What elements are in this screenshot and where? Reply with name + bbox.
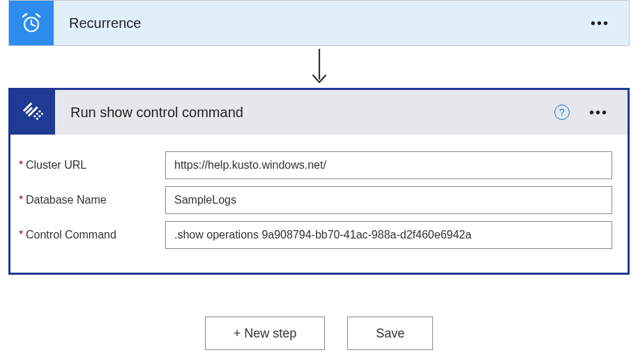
control-command-input[interactable] xyxy=(165,221,612,249)
recurrence-header[interactable]: Recurrence ••• xyxy=(9,1,629,45)
run-show-control-title: Run show control command xyxy=(55,105,554,121)
kusto-icon xyxy=(20,100,45,125)
required-star: * xyxy=(19,194,23,206)
recurrence-icon-box xyxy=(9,1,54,45)
svg-line-2 xyxy=(31,24,35,26)
arrow-down-icon xyxy=(310,47,328,86)
kusto-icon-box xyxy=(10,90,55,135)
control-command-row: * Control Command xyxy=(26,221,612,249)
svg-point-11 xyxy=(33,114,37,118)
connector-arrow xyxy=(0,46,638,88)
footer-actions: + New step Save xyxy=(0,317,638,350)
svg-point-7 xyxy=(38,109,42,113)
save-button[interactable]: Save xyxy=(347,317,433,350)
cluster-url-row: * Cluster URL xyxy=(26,151,612,179)
svg-point-10 xyxy=(38,114,42,118)
run-show-control-step-card: Run show control command ? ••• * Cluster… xyxy=(8,88,630,275)
recurrence-title: Recurrence xyxy=(54,15,591,31)
new-step-button[interactable]: + New step xyxy=(205,317,326,350)
svg-point-12 xyxy=(36,117,39,121)
run-show-control-more-menu[interactable]: ••• xyxy=(589,105,608,121)
database-name-label: * Database Name xyxy=(26,194,165,206)
svg-rect-4 xyxy=(23,103,32,112)
control-command-label: * Control Command xyxy=(26,229,165,241)
clock-alarm-icon xyxy=(20,11,43,35)
database-name-row: * Database Name xyxy=(26,186,612,214)
svg-point-9 xyxy=(36,112,39,116)
required-star: * xyxy=(19,229,23,241)
form-body: * Cluster URL * Database Name * Control … xyxy=(10,135,628,273)
svg-point-8 xyxy=(40,112,44,116)
database-name-input[interactable] xyxy=(165,186,612,214)
required-star: * xyxy=(19,159,23,172)
cluster-url-input[interactable] xyxy=(165,151,612,179)
recurrence-step-card[interactable]: Recurrence ••• xyxy=(8,0,630,46)
help-icon[interactable]: ? xyxy=(554,105,570,120)
run-show-control-header[interactable]: Run show control command ? ••• xyxy=(10,90,628,135)
recurrence-more-menu[interactable]: ••• xyxy=(591,15,609,31)
cluster-url-label: * Cluster URL xyxy=(26,159,165,172)
